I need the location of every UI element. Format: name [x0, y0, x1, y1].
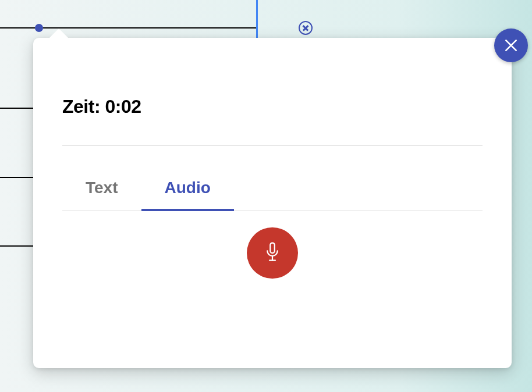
title-prefix: Zeit:	[62, 96, 105, 117]
grid-line	[0, 177, 35, 178]
grid-line	[0, 108, 35, 109]
tab-content-audio	[62, 211, 483, 279]
grid-line	[0, 245, 35, 247]
divider	[62, 145, 483, 146]
popover-arrow	[48, 28, 69, 39]
time-title: Zeit: 0:02	[62, 96, 483, 117]
microphone-icon	[264, 242, 281, 264]
grid-line	[0, 27, 256, 28]
playhead-line	[256, 0, 258, 38]
close-button[interactable]	[494, 28, 528, 62]
popover-body: Zeit: 0:02 Text Audio	[33, 38, 512, 279]
marker-dot[interactable]	[35, 24, 43, 32]
title-time: 0:02	[105, 96, 141, 117]
tab-bar: Text Audio	[62, 179, 483, 211]
cancel-circle-icon[interactable]	[299, 21, 313, 35]
tab-text[interactable]: Text	[62, 179, 141, 211]
tab-audio[interactable]: Audio	[141, 179, 234, 211]
record-button[interactable]	[247, 227, 298, 279]
svg-rect-2	[270, 243, 275, 254]
annotation-popover: Zeit: 0:02 Text Audio	[33, 38, 512, 368]
close-icon	[503, 38, 519, 53]
